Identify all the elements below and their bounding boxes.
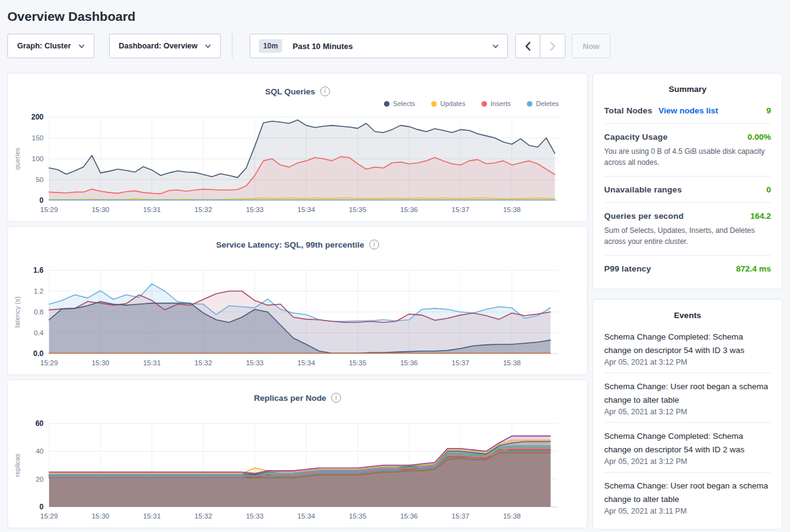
svg-text:0.8: 0.8 xyxy=(34,308,44,316)
now-button[interactable]: Now xyxy=(572,34,610,58)
svg-text:40: 40 xyxy=(36,447,44,455)
dashboard-dropdown-label: Dashboard: Overview xyxy=(119,42,198,50)
qps-description: Sum of Selects, Updates, Inserts, and De… xyxy=(604,225,771,247)
time-nav-group xyxy=(515,34,566,58)
unavailable-ranges-value: 0 xyxy=(766,185,771,194)
p99-latency-label: P99 latency xyxy=(604,264,651,273)
svg-text:50: 50 xyxy=(36,176,44,183)
summary-row-qps: Queries per second 164.2 Sum of Selects,… xyxy=(604,203,771,256)
svg-text:15:32: 15:32 xyxy=(194,512,212,520)
legend-label: Updates xyxy=(440,100,466,107)
chevron-left-icon xyxy=(525,42,531,51)
svg-text:15:36: 15:36 xyxy=(400,206,418,213)
svg-text:15:29: 15:29 xyxy=(40,512,58,520)
chart-canvas: 15:2915:3015:3115:3215:3315:3415:3515:36… xyxy=(11,416,584,523)
svg-text:15:30: 15:30 xyxy=(91,206,109,213)
sql-queries-chart-card: SQL Queries i SelectsUpdatesInsertsDelet… xyxy=(7,73,588,222)
svg-text:15:32: 15:32 xyxy=(194,206,212,213)
svg-text:15:31: 15:31 xyxy=(143,359,161,367)
event-text[interactable]: Schema Change: User root began a schema … xyxy=(604,479,771,506)
summary-row-total-nodes: Total Nodes View nodes list 9 xyxy=(604,97,771,124)
graph-dropdown-label: Graph: Cluster xyxy=(17,42,71,50)
svg-text:15:38: 15:38 xyxy=(503,359,521,367)
event-text[interactable]: Schema Change Completed: Schema change o… xyxy=(604,330,771,357)
svg-text:20: 20 xyxy=(36,476,44,483)
summary-row-unavailable-ranges: Unavailable ranges 0 xyxy=(604,177,771,203)
chart-title: Replicas per Node xyxy=(254,393,326,403)
dashboard-dropdown[interactable]: Dashboard: Overview xyxy=(109,34,221,58)
svg-text:15:36: 15:36 xyxy=(400,359,418,367)
chevron-down-icon xyxy=(79,44,85,48)
summary-panel: Summary Total Nodes View nodes list 9 Ca… xyxy=(592,73,783,289)
toolbar: Graph: Cluster Dashboard: Overview 10m P… xyxy=(7,34,783,58)
total-nodes-value: 9 xyxy=(766,106,771,115)
unavailable-ranges-label: Unavailable ranges xyxy=(604,185,682,194)
capacity-usage-description: You are using 0 B of 4.5 GiB usable disk… xyxy=(604,146,771,168)
svg-text:latency (s): latency (s) xyxy=(13,297,21,328)
event-text[interactable]: Schema Change Completed: Schema change o… xyxy=(604,430,771,457)
info-icon[interactable]: i xyxy=(369,240,379,249)
chevron-right-icon xyxy=(550,42,556,51)
svg-text:0.4: 0.4 xyxy=(34,329,44,336)
svg-text:0: 0 xyxy=(39,503,44,511)
event-date: Apr 05, 2021 at 3:12 PM xyxy=(604,408,771,416)
legend-label: Deletes xyxy=(536,100,559,107)
chevron-down-icon xyxy=(205,44,211,48)
svg-text:15:33: 15:33 xyxy=(246,512,264,520)
event-text[interactable]: Schema Change: User root began a schema … xyxy=(604,380,771,407)
view-nodes-list-link[interactable]: View nodes list xyxy=(658,106,718,115)
legend-item: Deletes xyxy=(527,100,559,107)
legend-dot-icon xyxy=(431,101,437,107)
legend-label: Inserts xyxy=(491,100,511,107)
svg-text:15:34: 15:34 xyxy=(297,512,315,520)
svg-text:15:31: 15:31 xyxy=(143,512,161,520)
p99-latency-value: 872.4 ms xyxy=(736,264,771,273)
legend-item: Inserts xyxy=(481,100,511,107)
svg-text:15:37: 15:37 xyxy=(451,206,469,213)
svg-text:15:33: 15:33 xyxy=(246,359,264,367)
svg-text:1.2: 1.2 xyxy=(34,287,44,295)
info-icon[interactable]: i xyxy=(320,86,330,96)
svg-text:15:31: 15:31 xyxy=(143,206,161,213)
svg-text:15:30: 15:30 xyxy=(91,512,109,520)
svg-text:15:38: 15:38 xyxy=(503,512,521,520)
prev-range-button[interactable] xyxy=(516,34,540,58)
svg-text:15:32: 15:32 xyxy=(194,359,212,367)
svg-text:0.0: 0.0 xyxy=(33,349,44,358)
info-icon[interactable]: i xyxy=(331,393,341,403)
event-item: Schema Change Completed: Schema change o… xyxy=(604,324,771,373)
legend-item: Selects xyxy=(384,100,415,107)
graph-dropdown[interactable]: Graph: Cluster xyxy=(7,34,94,58)
svg-text:15:38: 15:38 xyxy=(503,206,521,213)
chart-canvas: 15:2915:3015:3115:3215:3315:3415:3515:36… xyxy=(11,263,584,370)
time-range-selector[interactable]: 10m Past 10 Minutes xyxy=(250,34,508,58)
legend-item: Updates xyxy=(431,100,466,107)
summary-title: Summary xyxy=(604,85,771,94)
svg-text:15:35: 15:35 xyxy=(349,206,367,213)
charts-column: SQL Queries i SelectsUpdatesInsertsDelet… xyxy=(7,73,588,528)
svg-text:15:35: 15:35 xyxy=(349,512,367,520)
replicas-per-node-chart-card: Replicas per Node i 15:2915:3015:3115:32… xyxy=(7,379,588,528)
time-range-label: Past 10 Minutes xyxy=(293,42,493,51)
legend-dot-icon xyxy=(384,101,389,107)
event-date: Apr 05, 2021 at 3:12 PM xyxy=(604,358,771,367)
chevron-down-icon xyxy=(493,44,499,48)
next-range-button[interactable] xyxy=(540,34,565,58)
time-range-badge: 10m xyxy=(259,39,282,53)
svg-text:60: 60 xyxy=(36,419,44,428)
total-nodes-label: Total Nodes xyxy=(604,106,652,115)
svg-text:15:33: 15:33 xyxy=(246,206,264,213)
main-content: SQL Queries i SelectsUpdatesInsertsDelet… xyxy=(7,73,783,530)
chart-legend xyxy=(8,251,587,263)
svg-text:1.6: 1.6 xyxy=(33,266,44,275)
chart-title: Service Latency: SQL, 99th percentile xyxy=(216,240,364,249)
events-panel: Events Schema Change Completed: Schema c… xyxy=(592,299,783,530)
chart-title: SQL Queries xyxy=(265,87,315,96)
svg-text:200: 200 xyxy=(31,113,44,121)
summary-row-capacity: Capacity Usage 0.00% You are using 0 B o… xyxy=(604,124,771,177)
svg-text:100: 100 xyxy=(32,155,44,162)
legend-dot-icon xyxy=(527,101,532,107)
svg-text:15:29: 15:29 xyxy=(40,359,58,367)
capacity-usage-label: Capacity Usage xyxy=(604,132,667,142)
capacity-usage-value: 0.00% xyxy=(748,132,771,142)
